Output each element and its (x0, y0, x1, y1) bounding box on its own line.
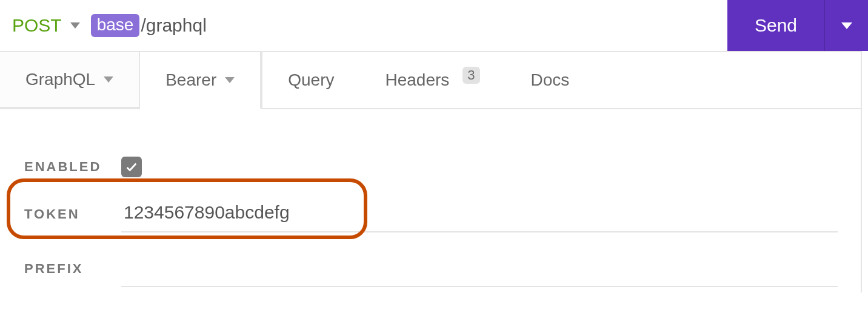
request-bar: POST base /graphql Send (0, 0, 868, 51)
tab-auth-label: Bearer (165, 70, 216, 90)
row-token: TOKEN (24, 191, 838, 238)
tab-auth[interactable]: Bearer (140, 52, 261, 109)
headers-count-badge: 3 (462, 67, 479, 84)
url-path[interactable]: /graphql (141, 15, 206, 36)
send-group: Send (727, 0, 868, 51)
enabled-label: ENABLED (24, 159, 121, 175)
tab-headers[interactable]: Headers 3 (359, 52, 505, 108)
prefix-input[interactable] (121, 251, 838, 287)
chevron-down-icon (841, 22, 852, 29)
tab-body-label: GraphQL (25, 70, 95, 89)
chevron-down-icon (225, 77, 235, 83)
content-area: GraphQL Bearer Query Headers 3 Docs ENAB… (0, 51, 862, 293)
method-dropdown[interactable]: POST (12, 15, 80, 36)
check-icon (125, 160, 138, 174)
tab-docs[interactable]: Docs (506, 52, 595, 108)
base-url-tag[interactable]: base (91, 14, 140, 37)
prefix-label: PREFIX (24, 261, 121, 277)
tab-headers-label: Headers (385, 70, 449, 90)
token-label: TOKEN (24, 206, 121, 222)
chevron-down-icon (104, 76, 113, 83)
tab-body[interactable]: GraphQL (0, 52, 140, 108)
send-button[interactable]: Send (727, 0, 824, 51)
token-input[interactable] (121, 196, 838, 232)
row-enabled: ENABLED (24, 143, 838, 191)
tab-docs-label: Docs (531, 70, 570, 90)
auth-form: ENABLED TOKEN PREFIX (0, 109, 861, 293)
tab-query[interactable]: Query (261, 52, 359, 108)
tab-query-label: Query (288, 70, 334, 90)
row-prefix: PREFIX (24, 245, 838, 293)
chevron-down-icon (70, 22, 80, 29)
enabled-checkbox[interactable] (121, 157, 142, 177)
method-label: POST (12, 15, 62, 36)
send-dropdown-button[interactable] (824, 0, 868, 51)
url-area: POST base /graphql (0, 0, 727, 51)
tab-bar: GraphQL Bearer Query Headers 3 Docs (0, 51, 861, 109)
